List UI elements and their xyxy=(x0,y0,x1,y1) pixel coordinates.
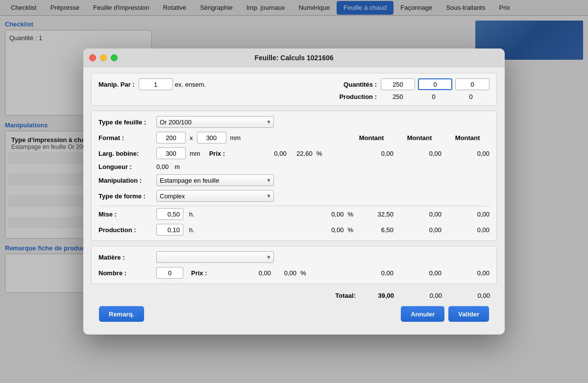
modal-titlebar: Feuille: Calculs 1021606 xyxy=(83,48,505,67)
totaal-label: Totaal: xyxy=(335,292,356,299)
mise-montant-3: 0,00 xyxy=(445,211,490,218)
manipulation-label: Manipulation : xyxy=(98,177,152,184)
quantite-3-input[interactable] xyxy=(455,78,490,90)
totaal-2: 0,00 xyxy=(398,292,442,299)
quantites-label: Quantités : xyxy=(343,81,377,88)
chevron-down-icon-matiere: ▼ xyxy=(266,254,271,260)
type-feuille-select[interactable]: Or 200/100 ▼ xyxy=(156,116,274,128)
total-row: Totaal: 39,00 0,00 0,00 xyxy=(91,289,497,302)
quantite-1-input[interactable] xyxy=(381,78,415,90)
type-forme-label: Type de forme : xyxy=(98,192,152,200)
montant-header-2: Montant xyxy=(397,134,441,142)
totaal-3: 0,00 xyxy=(446,292,490,299)
montant-larg-1: 0,00 xyxy=(349,150,393,157)
close-button[interactable] xyxy=(89,54,96,61)
production-1-val: 250 xyxy=(381,93,415,100)
format-row: Format : x mm Montant Montant Montant xyxy=(98,132,490,144)
type-feuille-label: Type de feuille : xyxy=(98,119,152,126)
format-width-input[interactable] xyxy=(156,132,186,144)
type-forme-value: Complex xyxy=(160,192,185,200)
montant-header-3: Montant xyxy=(445,134,490,142)
remarq-button[interactable]: Remarq. xyxy=(99,306,144,322)
larg-bobine-row: Larg. bobine: mm Prix : 0,00 22,60 % 0,0… xyxy=(98,147,490,159)
montant-larg-3: 0,00 xyxy=(445,150,490,157)
manip-par-input[interactable] xyxy=(139,78,173,90)
mat-prix-val: 0,00 xyxy=(249,269,271,277)
format-height-input[interactable] xyxy=(197,132,226,144)
manipulation-value: Estampage en feuille xyxy=(160,177,219,184)
type-forme-row: Type de forme : Complex ▼ xyxy=(98,190,490,202)
longueur-row: Longueur : 0,00 m xyxy=(98,163,490,170)
totaal-1: 39,00 xyxy=(360,292,394,299)
form-section: Type de feuille : Or 200/100 ▼ Format : … xyxy=(91,111,497,241)
larg-bobine-input[interactable] xyxy=(156,147,186,159)
longueur-label: Longueur : xyxy=(98,163,152,170)
manip-par-label: Manip. Par : xyxy=(98,81,135,88)
chevron-down-icon-manip: ▼ xyxy=(266,177,271,183)
format-label: Format : xyxy=(98,134,152,142)
modal-overlay: Feuille: Calculs 1021606 Manip. Par : ex… xyxy=(0,0,588,383)
mat-montant-2: 0,00 xyxy=(397,269,441,277)
production-label: Production : xyxy=(339,93,377,100)
mat-pct-val: 0,00 xyxy=(277,269,296,277)
mise-h-input[interactable] xyxy=(156,208,183,220)
montant-larg-2: 0,00 xyxy=(397,150,441,157)
window-buttons xyxy=(89,54,118,61)
mat-prix-label: Prix : xyxy=(191,269,245,277)
ex-ensem-label: ex. ensem. xyxy=(175,81,206,88)
button-row: Remarq. Annuler Valider xyxy=(91,302,497,329)
larg-bobine-label: Larg. bobine: xyxy=(98,150,152,157)
prod-h-input[interactable] xyxy=(156,224,183,236)
prod-montant-1: 6,50 xyxy=(359,226,393,234)
modal-window: Feuille: Calculs 1021606 Manip. Par : ex… xyxy=(83,48,505,335)
format-unit-label: mm xyxy=(230,134,241,142)
mise-h-unit: h. xyxy=(189,211,195,218)
prod-prix-val: 0,00 xyxy=(321,226,343,234)
mise-label: Mise : xyxy=(98,211,152,218)
mise-row: Mise : h. 0,00 % 32,50 0,00 0,00 xyxy=(98,208,490,220)
chevron-down-icon: ▼ xyxy=(266,119,271,125)
mise-prix-val: 0,00 xyxy=(321,211,343,218)
mat-montant-1: 0,00 xyxy=(359,269,393,277)
production-2-val: 0 xyxy=(415,93,452,100)
mise-pct-sym: % xyxy=(347,211,353,218)
annuler-button[interactable]: Annuler xyxy=(401,306,444,322)
prod-label: Production : xyxy=(98,226,152,234)
mat-montant-3: 0,00 xyxy=(445,269,490,277)
prod-row: Production : h. 0,00 % 6,50 0,00 0,00 xyxy=(98,224,490,236)
valider-button[interactable]: Valider xyxy=(448,306,489,322)
montant-header-1: Montant xyxy=(349,134,393,142)
manipulation-row: Manipulation : Estampage en feuille ▼ xyxy=(98,174,490,186)
prix-label: Prix : xyxy=(209,150,263,157)
manipulation-select[interactable]: Estampage en feuille ▼ xyxy=(156,174,274,186)
matiere-row: Matière : ▼ xyxy=(98,251,490,263)
prod-montant-2: 0,00 xyxy=(397,226,441,234)
nombre-row: Nombre : Prix : 0,00 0,00 % 0,00 0,00 0,… xyxy=(98,267,490,279)
prix-val: 0,00 xyxy=(267,150,287,157)
matiere-label: Matière : xyxy=(98,254,152,261)
prod-montant-3: 0,00 xyxy=(445,226,490,234)
longueur-val: 0,00 xyxy=(156,163,169,170)
prod-h-unit: h. xyxy=(189,226,195,234)
prod-pct-sym: % xyxy=(347,226,353,234)
maximize-button[interactable] xyxy=(111,54,118,61)
pct-val: 22,60 xyxy=(291,150,313,157)
nombre-label: Nombre : xyxy=(98,269,152,277)
mise-montant-2: 0,00 xyxy=(397,211,441,218)
production-3-val: 0 xyxy=(452,93,490,100)
format-x-label: x xyxy=(190,134,193,142)
type-feuille-row: Type de feuille : Or 200/100 ▼ xyxy=(98,116,490,128)
modal-body: Manip. Par : ex. ensem. Quantités : Prod… xyxy=(83,67,505,335)
mise-montant-1: 32,50 xyxy=(359,211,393,218)
type-feuille-value: Or 200/100 xyxy=(160,119,192,126)
modal-title: Feuille: Calculs 1021606 xyxy=(254,54,333,62)
chevron-down-icon-forme: ▼ xyxy=(266,193,271,199)
type-forme-select[interactable]: Complex ▼ xyxy=(156,190,274,202)
quantite-2-input[interactable] xyxy=(418,78,452,90)
minimize-button[interactable] xyxy=(100,54,107,61)
mat-pct-sym: % xyxy=(300,269,306,277)
longueur-unit: m xyxy=(174,163,180,170)
nombre-input[interactable] xyxy=(156,267,183,279)
matiere-select[interactable]: ▼ xyxy=(156,251,274,263)
larg-bobine-unit: mm xyxy=(190,150,200,157)
